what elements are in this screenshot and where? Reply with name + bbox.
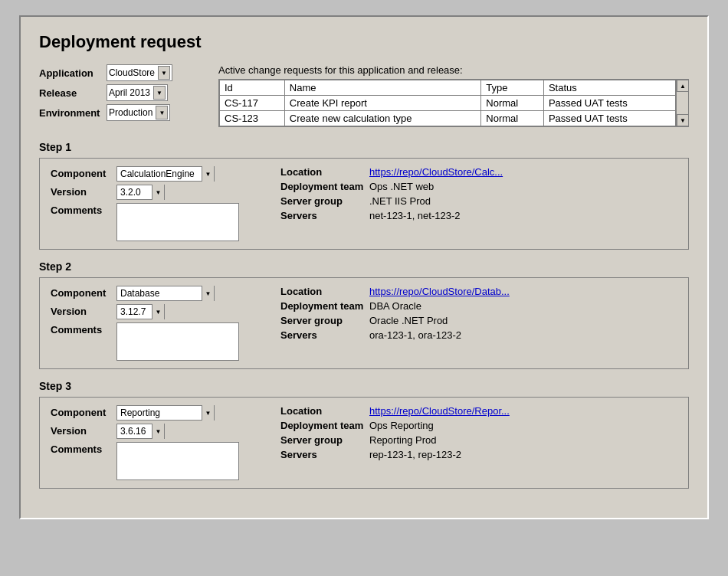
component-row-3: Component Reporting ▼ [51,405,265,421]
application-select[interactable]: CloudStore ▼ [107,64,172,81]
step-left-2: Component Database ▼ Version 3.12.7 ▼ Co… [51,286,265,361]
application-label: Application [39,67,102,79]
scrollbar-down-button[interactable]: ▼ [677,114,689,126]
location-link-3[interactable]: https://repo/CloudStore/Repor... [369,405,510,417]
component-dropdown-arrow-3[interactable]: ▼ [202,405,214,421]
scrollbar-track [677,92,688,114]
change-requests-table-wrapper: Id Name Type Status CS-117Create KPI rep… [218,79,689,127]
environment-value: Production [109,107,156,118]
component-value-2: Database [117,288,202,299]
component-dropdown-arrow-2[interactable]: ▼ [202,286,214,301]
servers-value-3: rep-123-1, rep-123-2 [369,449,461,460]
server-group-value-2: Oracle .NET Prod [369,315,448,326]
version-label-3: Version [51,424,112,437]
comments-textarea-1[interactable] [116,203,239,241]
servers-row-3: Servers rep-123-1, rep-123-2 [280,449,677,460]
deployment-team-value-2: DBA Oracle [369,300,421,312]
location-link-1[interactable]: https://repo/CloudStore/Calc... [369,166,503,178]
comments-textarea-2[interactable] [116,322,239,361]
location-label-1: Location [280,166,365,178]
version-select-1[interactable]: 3.2.0 ▼ [116,185,165,200]
change-requests-table-inner: Id Name Type Status CS-117Create KPI rep… [219,80,676,126]
version-label-2: Version [51,304,112,317]
step-box-2: Component Database ▼ Version 3.12.7 ▼ Co… [39,277,689,369]
form-fields: Application CloudStore ▼ Release April 2… [39,64,200,121]
location-row-3: Location https://repo/CloudStore/Repor..… [280,405,677,417]
release-select[interactable]: April 2013 ▼ [107,84,168,101]
cell-status: Passed UAT tests [543,111,675,126]
comments-label-1: Comments [51,203,112,216]
cell-id: CS-123 [220,111,285,126]
version-dropdown-arrow-3[interactable]: ▼ [152,424,164,439]
component-label-2: Component [51,286,112,299]
step-right-3: Location https://repo/CloudStore/Repor..… [280,405,677,480]
step-right-2: Location https://repo/CloudStore/Datab..… [280,286,677,361]
cell-type: Normal [481,111,544,126]
comments-row-1: Comments [51,203,265,241]
server-group-row-2: Server group Oracle .NET Prod [280,315,677,326]
change-requests-label: Active change requests for this applicat… [218,64,689,76]
cell-name: Create new calculation type [284,111,481,126]
component-label-1: Component [51,166,112,179]
deployment-team-value-3: Ops Reporting [369,420,434,431]
deployment-team-row-3: Deployment team Ops Reporting [280,420,677,431]
step-section-3: Step 3 Component Reporting ▼ Version 3.6… [39,380,689,489]
main-container: Deployment request Application CloudStor… [19,15,709,519]
table-row: CS-117Create KPI reportNormalPassed UAT … [220,96,676,111]
servers-row-2: Servers ora-123-1, ora-123-2 [280,329,677,341]
location-link-2[interactable]: https://repo/CloudStore/Datab... [369,286,510,297]
version-row-1: Version 3.2.0 ▼ [51,185,265,200]
server-group-value-1: .NET IIS Prod [369,195,431,207]
cell-name: Create KPI report [284,96,481,111]
page-title: Deployment request [39,32,689,52]
deployment-team-row-2: Deployment team DBA Oracle [280,300,677,312]
servers-value-2: ora-123-1, ora-123-2 [369,329,461,341]
release-label: Release [39,87,102,99]
deployment-team-label-1: Deployment team [280,181,365,192]
component-label-3: Component [51,405,112,418]
component-value-3: Reporting [117,407,202,418]
component-select-2[interactable]: Database ▼ [116,286,215,301]
location-label-3: Location [280,405,365,417]
comments-row-3: Comments [51,442,265,480]
steps-container: Step 1 Component CalculationEngine ▼ Ver… [39,141,689,489]
change-requests-table: Id Name Type Status CS-117Create KPI rep… [219,80,676,126]
version-select-2[interactable]: 3.12.7 ▼ [116,304,165,319]
component-row-2: Component Database ▼ [51,286,265,301]
cr-scrollbar: ▲ ▼ [676,80,688,126]
component-dropdown-arrow-1[interactable]: ▼ [202,166,214,182]
servers-row-1: Servers net-123-1, net-123-2 [280,210,677,221]
scrollbar-up-button[interactable]: ▲ [677,80,689,92]
environment-dropdown-arrow[interactable]: ▼ [156,106,168,119]
comments-textarea-3[interactable] [116,442,239,480]
version-dropdown-arrow-2[interactable]: ▼ [152,304,164,319]
comments-label-2: Comments [51,322,112,335]
col-header-status: Status [543,80,675,96]
version-value-3: 3.6.16 [117,426,152,437]
comments-row-2: Comments [51,322,265,361]
location-row-1: Location https://repo/CloudStore/Calc... [280,166,677,178]
component-value-1: CalculationEngine [117,169,202,179]
server-group-label-1: Server group [280,195,365,207]
version-row-2: Version 3.12.7 ▼ [51,304,265,319]
change-requests-section: Active change requests for this applicat… [218,64,689,127]
server-group-row-1: Server group .NET IIS Prod [280,195,677,207]
col-header-name: Name [284,80,481,96]
component-select-1[interactable]: CalculationEngine ▼ [116,166,215,182]
environment-label: Environment [39,107,102,119]
release-row: Release April 2013 ▼ [39,84,200,101]
step-left-3: Component Reporting ▼ Version 3.6.16 ▼ C… [51,405,265,480]
environment-select[interactable]: Production ▼ [107,104,170,121]
component-select-3[interactable]: Reporting ▼ [116,405,215,421]
version-select-3[interactable]: 3.6.16 ▼ [116,424,165,439]
location-label-2: Location [280,286,365,297]
server-group-label-3: Server group [280,434,365,446]
step-title-2: Step 2 [39,260,689,273]
deployment-team-row-1: Deployment team Ops .NET web [280,181,677,192]
version-dropdown-arrow-1[interactable]: ▼ [152,185,164,200]
version-value-1: 3.2.0 [117,187,152,198]
server-group-value-3: Reporting Prod [369,434,436,446]
application-dropdown-arrow[interactable]: ▼ [158,66,170,80]
release-dropdown-arrow[interactable]: ▼ [153,86,166,100]
comments-label-3: Comments [51,442,112,455]
